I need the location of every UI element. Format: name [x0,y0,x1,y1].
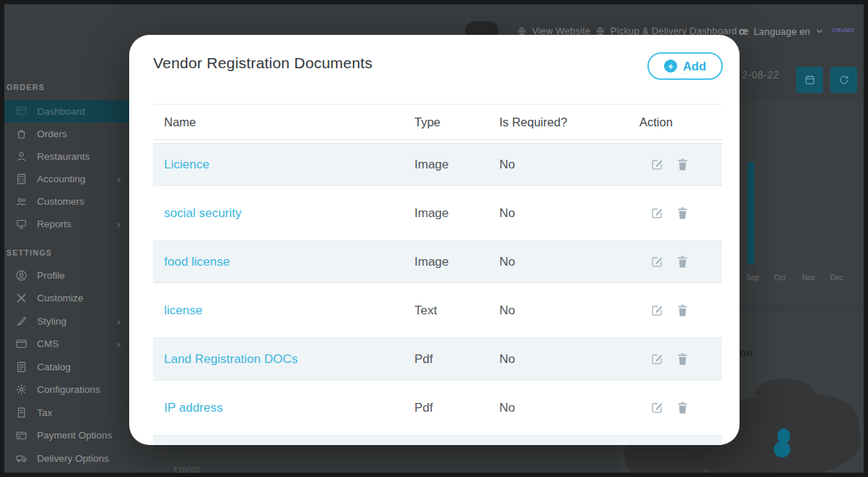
sidebar-item-label: Restaurants [37,151,90,162]
sidebar-item-orders[interactable]: Orders [4,123,147,145]
sidebar-item-cms[interactable]: CMS › [4,333,147,355]
edit-icon[interactable] [650,303,664,317]
calendar-button[interactable] [796,67,823,93]
row-actions [621,303,722,317]
sidebar-item-label: Dashboard [37,106,85,117]
receipt-icon [15,407,28,419]
chevron-right-icon: › [117,174,120,184]
chart-month-label: Oct [774,274,786,282]
document-required: No [491,401,621,415]
document-type: Image [405,255,491,269]
sidebar-section-orders: ORDERS [7,83,45,91]
sidebar-item-payment-options[interactable]: Payment Options [4,424,147,447]
document-type: Text [405,303,491,318]
sidebar-item-label: Styling [37,316,67,327]
vendor-registration-documents-modal: Vendor Registration Documents + Add Name… [129,35,740,445]
chevron-right-icon: › [117,316,120,327]
header-type: Type [405,115,491,129]
document-name-link[interactable]: social security [153,206,405,221]
tools-icon [15,292,28,304]
document-required: No [491,158,621,172]
document-required: No [491,352,621,367]
table-row: license Text No [153,286,722,335]
sidebar-item-delivery-options[interactable]: Delivery Options [4,447,147,470]
browser-window-icon [15,338,28,350]
language-selector[interactable]: œ Language en [739,25,823,37]
sidebar-item-customers[interactable]: Customers [4,190,147,213]
document-name-link[interactable]: IP address [153,401,405,415]
row-actions [621,401,722,415]
language-label: Language en [753,26,810,37]
table-row: Licience Image No [153,140,722,189]
sidebar-item-dashboard[interactable]: Dashboard [4,100,147,123]
delete-icon[interactable] [676,206,689,220]
refresh-button[interactable] [830,67,857,93]
sidebar-item-label: CMS [37,338,59,349]
chart-month-label: Sep [746,274,759,282]
sidebar-item-reports[interactable]: Reports › [4,213,147,235]
header-action: Action [621,115,722,129]
truck-icon [15,452,28,465]
date-field-value[interactable]: 2-08-22 [742,69,779,81]
map-marker [774,441,790,457]
document-name-link[interactable]: food license [153,255,405,269]
delete-icon[interactable] [676,255,689,269]
chevron-right-icon: › [117,219,120,229]
map-continent [755,379,814,407]
add-button[interactable]: + Add [647,52,723,80]
table-header-row: Name Type Is Required? Action [153,104,722,140]
delete-icon[interactable] [676,401,689,415]
map-heading-fragment: on [740,346,753,359]
sidebar-item-label: Customers [37,196,84,207]
sidebar-item-customize[interactable]: Customize [4,287,147,309]
document-name-link[interactable]: license [153,303,405,318]
sidebar-item-accounting[interactable]: Accounting › [4,168,147,190]
language-icon: œ [739,25,748,37]
sidebar-item-label: Configurations [37,384,100,395]
header-name: Name [153,115,405,129]
modal-title: Vendor Registration Documents [153,54,372,72]
row-actions [621,206,722,220]
document-name-link[interactable]: Licience [153,158,405,172]
document-required: No [491,206,621,221]
add-button-label: Add [683,60,706,73]
people-icon [15,195,28,208]
table-row-partial [153,432,722,445]
delete-icon[interactable] [676,303,689,317]
document-type: Pdf [405,401,491,415]
monitor-icon [15,218,28,230]
edit-icon[interactable] [650,352,664,366]
sidebar-item-label: Orders [37,129,67,139]
sidebar-item-label: Payment Options [37,430,112,441]
dashboard-icon [15,105,28,118]
sidebar-item-styling[interactable]: Styling › [4,310,147,333]
sidebar-item-configurations[interactable]: Configurations [4,378,147,401]
sidebar-item-catalog[interactable]: Catalog [4,356,147,378]
delete-icon[interactable] [676,352,689,366]
sidebar-item-label: Reports [37,219,71,229]
person-icon [15,150,28,163]
chevron-down-icon [816,26,823,37]
table-row: Land Registration DOCs Pdf No [153,335,722,383]
document-type: Image [405,206,491,221]
chevron-right-icon: › [117,338,120,349]
edit-icon[interactable] [650,206,664,220]
sidebar-item-label: Profile [37,270,65,281]
sidebar-item-tax[interactable]: Tax [4,401,147,424]
document-name-link[interactable]: Land Registration DOCs [153,352,405,367]
document-required: No [491,255,621,269]
edit-icon[interactable] [650,401,664,415]
delete-icon[interactable] [676,158,689,171]
sidebar-item-restaurants[interactable]: Restaurants [4,145,147,168]
app-screen: View Website Pickup & Delivery Dashboard… [0,0,868,477]
sidebar-item-profile[interactable]: Profile [4,264,147,287]
table-row: social security Image No [153,189,722,237]
document-required: No [491,303,621,318]
edit-icon[interactable] [650,255,664,269]
brand-logo-text: CRUMZ [832,27,854,33]
edit-icon[interactable] [650,158,664,171]
shopping-bag-icon [15,128,28,140]
document-type: Image [405,158,491,172]
profile-icon [15,269,28,282]
chart-bar-sep [748,162,754,264]
